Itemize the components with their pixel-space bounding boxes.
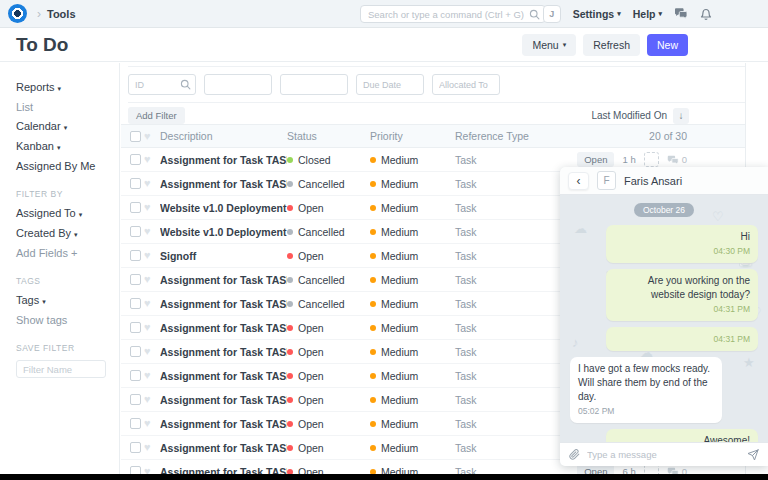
chat-message-outgoing: Awesome!05:02 PM: [606, 429, 758, 442]
chat-icon[interactable]: [674, 8, 688, 20]
message-text: I have got a few mocks ready. Will share…: [578, 362, 714, 404]
sort-direction-icon[interactable]: ↓: [673, 108, 689, 124]
row-description[interactable]: Assignment for Task TASK-2019-00: [160, 370, 287, 382]
page-head: To Do Menu▾ Refresh New: [0, 28, 768, 62]
add-filter-button[interactable]: Add Filter: [128, 107, 185, 124]
sidebar-item-assigned-by-me[interactable]: Assigned By Me: [16, 157, 113, 176]
row-checkbox[interactable]: [130, 226, 141, 237]
filter-field-allocated-to: [432, 74, 500, 95]
sidebar-item-show-tags[interactable]: Show tags: [16, 311, 113, 330]
row-checkbox[interactable]: [130, 154, 141, 165]
sidebar-item-tags[interactable]: Tags▾: [16, 291, 113, 311]
row-description[interactable]: Website v1.0 Deployment & Closure: [160, 202, 287, 214]
filter-input-due-date[interactable]: [363, 80, 419, 90]
heart-icon[interactable]: ♥: [144, 442, 160, 453]
row-reference-type: Task: [455, 274, 555, 286]
sidebar-views-group: Reports▾ListCalendar▾Kanban▾Assigned By …: [16, 78, 113, 176]
bell-icon[interactable]: [700, 8, 712, 21]
row-status: Open: [287, 394, 370, 406]
row-reference-type: Task: [455, 226, 555, 238]
row-checkbox[interactable]: [130, 322, 141, 333]
sidebar-item-calendar[interactable]: Calendar▾: [16, 117, 113, 137]
filter-field-due-date: [356, 74, 424, 95]
row-description[interactable]: Signoff: [160, 250, 287, 262]
send-icon[interactable]: [747, 449, 759, 461]
row-checkbox[interactable]: [130, 418, 141, 429]
row-priority: Medium: [370, 178, 455, 190]
heart-icon[interactable]: ♥: [144, 418, 160, 429]
search-input[interactable]: [368, 9, 529, 20]
assignment-status-badge[interactable]: Open: [577, 152, 614, 167]
breadcrumb-chevron-icon: ›: [37, 7, 41, 21]
assign-avatar-placeholder[interactable]: [644, 152, 659, 167]
row-checkbox[interactable]: [130, 178, 141, 189]
row-checkbox[interactable]: [130, 274, 141, 285]
sidebar-item-created-by[interactable]: Created By▾: [16, 224, 113, 244]
row-meta: Open1 h0: [555, 152, 745, 167]
chat-message-input[interactable]: [587, 449, 740, 460]
back-chevron-icon[interactable]: ‹: [568, 172, 589, 190]
heart-icon[interactable]: ♥: [144, 274, 160, 285]
row-description[interactable]: Assignment for Task TASK-2019-00: [160, 442, 287, 454]
row-checkbox[interactable]: [130, 250, 141, 261]
settings-menu[interactable]: Settings▾: [573, 8, 621, 20]
doodle-glyph: ♡: [712, 209, 724, 224]
menu-button[interactable]: Menu▾: [522, 34, 576, 56]
heart-icon[interactable]: ♥: [144, 346, 160, 357]
heart-icon[interactable]: ♥: [144, 322, 160, 333]
sidebar-section-save-filter: SAVE FILTER: [16, 343, 113, 353]
row-checkbox[interactable]: [130, 370, 141, 381]
row-description[interactable]: Assignment for Task TASK-2019-00: [160, 274, 287, 286]
row-description[interactable]: Assignment for Task TASK-2019-00: [160, 346, 287, 358]
filter-input-id[interactable]: [135, 80, 180, 90]
heart-icon[interactable]: ♥: [144, 394, 160, 405]
comment-count[interactable]: 0: [667, 154, 687, 165]
row-priority: Medium: [370, 298, 455, 310]
select-all-checkbox[interactable]: [130, 131, 141, 142]
row-description[interactable]: Assignment for Task TASK-2019-00: [160, 178, 287, 190]
heart-icon[interactable]: ♥: [144, 250, 160, 261]
app-logo-icon[interactable]: [8, 4, 27, 23]
row-description[interactable]: Assignment for Task TASK-2019-00: [160, 298, 287, 310]
row-reference-type: Task: [455, 418, 555, 430]
help-menu[interactable]: Help▾: [633, 8, 662, 20]
heart-icon[interactable]: ♥: [144, 202, 160, 213]
row-description[interactable]: Assignment for Task TASK-2019-00: [160, 322, 287, 334]
row-description[interactable]: Assignment for Task TASK-2019-00: [160, 394, 287, 406]
bottom-bar: [0, 474, 768, 480]
heart-icon[interactable]: ♥: [144, 178, 160, 189]
heart-icon[interactable]: ♥: [144, 154, 160, 165]
filter-input-allocated-to[interactable]: [439, 80, 495, 90]
user-avatar[interactable]: J: [543, 5, 561, 23]
date-divider: October 26: [634, 203, 694, 217]
sidebar-item-kanban[interactable]: Kanban▾: [16, 137, 113, 157]
filter-input-blank-2[interactable]: [287, 80, 343, 90]
refresh-button[interactable]: Refresh: [583, 34, 640, 56]
row-priority: Medium: [370, 370, 455, 382]
sidebar-item-add-fields[interactable]: Add Fields+: [16, 244, 113, 263]
sidebar-item-list[interactable]: List: [16, 98, 113, 117]
filter-name-input[interactable]: [16, 360, 106, 378]
row-checkbox[interactable]: [130, 298, 141, 309]
row-status: Cancelled: [287, 178, 370, 190]
paperclip-icon[interactable]: [569, 449, 580, 460]
page-title: To Do: [16, 34, 68, 56]
breadcrumb[interactable]: Tools: [47, 8, 76, 20]
heart-icon[interactable]: ♥: [144, 226, 160, 237]
sort-label[interactable]: Last Modified On: [591, 110, 667, 121]
row-description[interactable]: Assignment for Task TASK-2019-00: [160, 154, 287, 166]
row-description[interactable]: Website v1.0 Deployment & Closure: [160, 226, 287, 238]
sidebar-item-reports[interactable]: Reports▾: [16, 78, 113, 98]
row-reference-type: Task: [455, 154, 555, 166]
row-description[interactable]: Assignment for Task TASK-2019-00: [160, 418, 287, 430]
heart-icon[interactable]: ♥: [144, 370, 160, 381]
heart-icon[interactable]: ♥: [144, 298, 160, 309]
row-checkbox[interactable]: [130, 394, 141, 405]
row-checkbox[interactable]: [130, 202, 141, 213]
sidebar-section-tags: TAGS: [16, 276, 113, 286]
filter-input-blank-1[interactable]: [211, 80, 267, 90]
new-button[interactable]: New: [647, 34, 688, 56]
sidebar-item-assigned-to[interactable]: Assigned To▾: [16, 204, 113, 224]
row-checkbox[interactable]: [130, 346, 141, 357]
row-checkbox[interactable]: [130, 442, 141, 453]
